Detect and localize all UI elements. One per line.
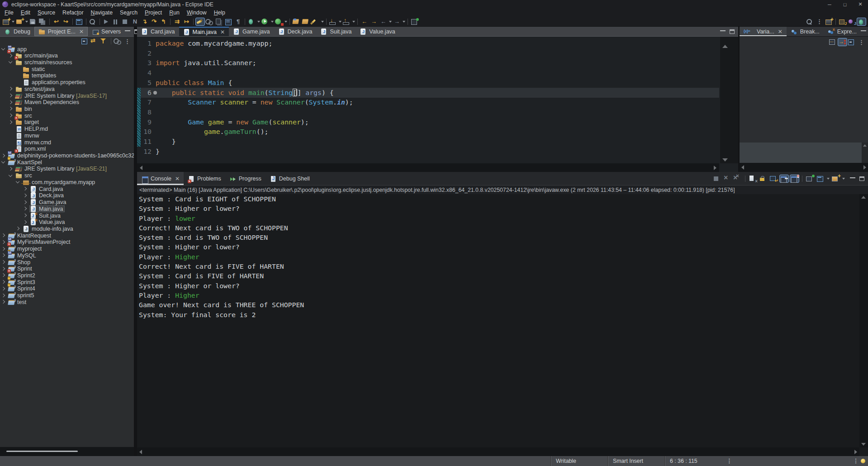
run-last-icon[interactable]: ⇉ [172,18,182,26]
menu-window[interactable]: Window [183,9,210,17]
tree-item-static[interactable]: static [0,66,134,72]
maximize-icon[interactable] [859,176,864,181]
open-console-icon[interactable] [831,175,840,183]
editor-vscrollbar[interactable] [720,37,730,163]
back-history-icon[interactable]: ← [379,18,388,26]
close-icon[interactable]: ✕ [175,176,180,182]
menu-navigate[interactable]: Navigate [87,9,116,17]
tree-item-value-java[interactable]: EValue.java [0,219,134,226]
tree-item-sprint4[interactable]: Sprint4 [0,285,134,292]
step-into-icon[interactable]: ↴ [140,18,149,26]
collapse-all-icon[interactable] [81,37,90,45]
chevron-right-icon[interactable] [1,300,5,304]
run-icon[interactable] [261,18,270,26]
tree-item-app[interactable]: ×app [0,46,134,52]
toggle-mark-icon[interactable] [311,18,320,26]
dropdown-caret-icon[interactable] [841,175,845,183]
tab-servers[interactable]: Servers [88,27,125,36]
save-all-icon[interactable] [38,18,47,26]
new-java-project-icon[interactable] [15,18,24,26]
overflow-icon[interactable] [857,38,866,46]
chevron-right-icon[interactable] [9,87,12,90]
tree-item-pom-xml[interactable]: ×pom.xml [0,146,134,152]
show-console-on-output-icon[interactable] [790,175,799,183]
chevron-right-icon[interactable] [1,153,5,157]
suspend-icon[interactable] [111,18,121,26]
word-wrap-icon[interactable] [769,175,778,183]
build-project-icon[interactable]: ↪ [61,18,71,26]
tree-item-myfirstmavenproject[interactable]: ×MyFirstMavenProject [0,239,134,246]
tab-game-java[interactable]: Game.java [229,27,274,36]
tree-item-sprint5[interactable]: sprint5 [0,292,134,299]
tree-item-bin[interactable]: bin [0,105,134,112]
menu-project[interactable]: Project [141,9,166,17]
tree-item-test[interactable]: test [0,299,134,305]
pin-console-icon[interactable] [779,175,789,183]
chevron-down-icon[interactable] [1,47,5,50]
menu-refactor[interactable]: Refactor [59,9,87,17]
show-whitespace-icon[interactable] [224,18,233,26]
chevron-down-icon[interactable] [9,173,12,176]
lightbulb-icon[interactable] [861,459,865,463]
tab-project-explorer[interactable]: Project E...✕ [34,27,88,36]
menu-edit[interactable]: Edit [17,9,34,17]
tab-expressions[interactable]: Expre... [824,27,861,36]
tree-item-jre-system-library[interactable]: JRE System Library [JavaSE-17] [0,92,134,99]
dropdown-caret-icon[interactable] [270,18,274,26]
view-menu-icon[interactable] [113,37,123,45]
minimize-button[interactable]: ─ [822,0,837,9]
tree-item-mvnw-cmd[interactable]: mvnw.cmd [0,139,134,146]
display-selected-console-icon[interactable] [816,175,825,183]
pilcrow-icon[interactable]: ¶ [233,18,243,26]
minimize-icon[interactable] [861,30,866,31]
chevron-down-icon[interactable] [16,180,19,183]
detail-vscrollbar[interactable] [862,143,868,163]
tab-value-java[interactable]: Value.java [356,27,399,36]
run-to-line-icon[interactable]: ↦ [182,18,191,26]
close-icon[interactable]: ✕ [778,29,783,35]
dropdown-caret-icon[interactable] [256,18,261,26]
close-button[interactable]: ✕ [853,0,868,9]
tree-item-mysql[interactable]: MySQL [0,252,134,259]
tab-debug-shell[interactable]: Debug Shell [266,172,314,185]
tree-item-kaartspel[interactable]: KaartSpel [0,159,134,166]
chevron-right-icon[interactable] [1,260,5,264]
variables-detail-pane[interactable] [740,143,862,163]
tree-item-sprint3[interactable]: Sprint3 [0,279,134,285]
tree-item-help-md[interactable]: HELP.md [0,126,134,133]
menu-search[interactable]: Search [116,9,141,17]
tab-debug[interactable]: Debug [0,27,34,36]
maximize-button[interactable]: □ [837,0,853,9]
chevron-down-icon[interactable] [1,160,5,163]
chevron-right-icon[interactable] [1,253,5,257]
show-type-names-icon[interactable] [828,38,838,46]
build-automatically-icon[interactable] [205,18,214,26]
right-panel-hscrollbar[interactable] [740,163,868,172]
minimize-icon[interactable] [850,177,855,178]
chevron-right-icon[interactable] [1,240,5,244]
tree-item-suit-java[interactable]: ESuit.java [0,212,134,219]
tree-item-src-main-resources[interactable]: src/main/resources [0,59,134,66]
chevron-right-icon[interactable] [9,114,12,117]
tree-item-shop[interactable]: Shop [0,259,134,266]
collapse-all-icon[interactable] [847,38,857,46]
import-icon[interactable] [328,18,338,26]
chevron-right-icon[interactable] [9,53,12,57]
tree-item-src-test-java[interactable]: src/test/java [0,86,134,92]
dropdown-caret-icon[interactable] [24,18,28,26]
chevron-right-icon[interactable] [9,120,12,124]
menu-source[interactable]: Source [34,9,59,17]
tree-item-mvnw[interactable]: mvnw [0,132,134,139]
terminate-icon[interactable] [712,175,721,183]
chevron-right-icon[interactable] [9,167,12,171]
disconnect-icon[interactable]: N [130,18,140,26]
build-all-icon[interactable]: ↩ [52,18,61,26]
chevron-right-icon[interactable] [9,100,12,104]
chevron-right-icon[interactable] [9,94,12,97]
chevron-right-icon[interactable] [1,293,5,297]
console-vscrollbar[interactable] [859,194,868,447]
dropdown-caret-icon[interactable] [826,175,830,183]
open-type-icon[interactable] [292,18,301,26]
dropdown-caret-icon[interactable] [402,18,406,26]
tree-item-game-java[interactable]: Game.java [0,199,134,206]
